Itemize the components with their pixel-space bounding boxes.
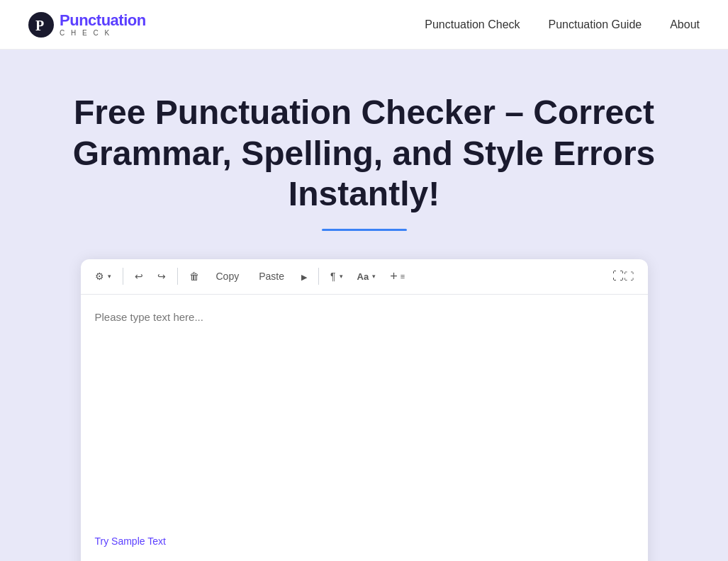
- title-underline: [322, 229, 407, 231]
- editor-area: Try Sample Text: [81, 295, 648, 561]
- more-options-lines-icon: ≡: [401, 272, 405, 280]
- expand-icon: ⛶: [612, 270, 634, 283]
- svg-text:P: P: [35, 18, 44, 33]
- logo-brand-name: Punctuation: [60, 13, 146, 28]
- undo-icon: [135, 271, 143, 282]
- play-icon: [301, 271, 307, 282]
- editor-card: ▾ 🗑 Copy Paste ▾: [81, 259, 648, 561]
- trash-icon: 🗑: [189, 271, 199, 282]
- logo[interactable]: P Punctuation C H E C K: [28, 12, 146, 38]
- copy-button[interactable]: Copy: [208, 266, 248, 286]
- page-title: Free Punctuation Checker – Correct Gramm…: [60, 92, 669, 215]
- text-input[interactable]: [95, 309, 634, 513]
- paragraph-icon: [330, 271, 336, 282]
- redo-icon: [157, 271, 166, 282]
- play-button[interactable]: [296, 266, 313, 286]
- nav-punctuation-check[interactable]: Punctuation Check: [425, 18, 520, 31]
- font-icon: [357, 271, 369, 282]
- editor-toolbar: ▾ 🗑 Copy Paste ▾: [81, 259, 648, 295]
- logo-icon: P: [28, 12, 54, 38]
- paragraph-chevron-icon: ▾: [340, 273, 343, 280]
- gear-icon: [95, 271, 104, 282]
- settings-button[interactable]: ▾: [89, 266, 117, 286]
- delete-button[interactable]: 🗑: [184, 266, 205, 286]
- toolbar-separator-1: [123, 268, 123, 285]
- fullscreen-button[interactable]: ⛶: [607, 266, 639, 287]
- nav-punctuation-guide[interactable]: Punctuation Guide: [549, 18, 642, 31]
- more-options-button[interactable]: + ≡: [384, 265, 410, 288]
- paste-button[interactable]: Paste: [250, 266, 293, 286]
- logo-subtitle: C H E C K: [60, 30, 146, 37]
- redo-button[interactable]: [152, 266, 172, 286]
- toolbar-separator-2: [177, 268, 178, 285]
- main-nav: Punctuation Check Punctuation Guide Abou…: [425, 18, 700, 31]
- font-chevron-icon: ▾: [372, 273, 376, 280]
- nav-about[interactable]: About: [670, 18, 700, 31]
- try-sample-text-link[interactable]: Try Sample Text: [95, 536, 634, 547]
- toolbar-separator-3: [318, 268, 319, 285]
- undo-button[interactable]: [129, 266, 149, 286]
- settings-chevron-icon: ▾: [108, 273, 111, 280]
- plus-icon: +: [390, 269, 398, 284]
- logo-text: Punctuation C H E C K: [60, 13, 146, 37]
- font-size-button[interactable]: ▾: [352, 266, 382, 286]
- hero-section: Free Punctuation Checker – Correct Gramm…: [0, 50, 728, 561]
- paragraph-format-button[interactable]: ▾: [325, 266, 349, 286]
